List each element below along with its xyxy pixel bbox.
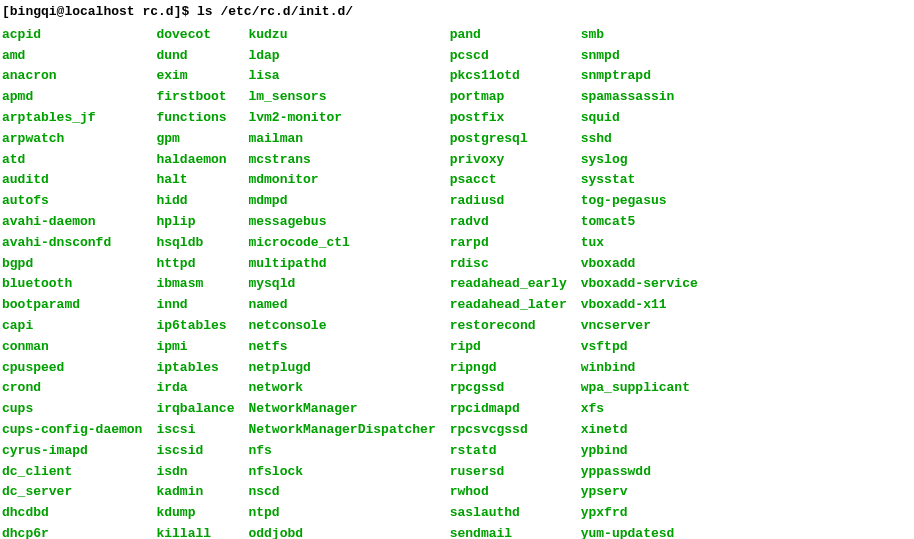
file-entry: capi bbox=[2, 316, 142, 337]
file-entry: iscsid bbox=[156, 441, 234, 462]
file-entry: killall bbox=[156, 524, 234, 539]
file-entry: snmptrapd bbox=[581, 66, 698, 87]
file-entry: dc_client bbox=[2, 462, 142, 483]
file-entry: cyrus-imapd bbox=[2, 441, 142, 462]
file-entry: messagebus bbox=[248, 212, 435, 233]
file-entry: sendmail bbox=[450, 524, 567, 539]
file-entry: xinetd bbox=[581, 420, 698, 441]
file-entry: snmpd bbox=[581, 46, 698, 67]
file-entry: netconsole bbox=[248, 316, 435, 337]
file-entry: rpcidmapd bbox=[450, 399, 567, 420]
file-entry: vboxadd-x11 bbox=[581, 295, 698, 316]
file-entry: iptables bbox=[156, 358, 234, 379]
file-entry: amd bbox=[2, 46, 142, 67]
file-entry: sshd bbox=[581, 129, 698, 150]
file-entry: pcscd bbox=[450, 46, 567, 67]
file-entry: restorecond bbox=[450, 316, 567, 337]
file-entry: radiusd bbox=[450, 191, 567, 212]
file-entry: autofs bbox=[2, 191, 142, 212]
file-entry: rstatd bbox=[450, 441, 567, 462]
file-entry: innd bbox=[156, 295, 234, 316]
file-entry: rarpd bbox=[450, 233, 567, 254]
file-entry: nfslock bbox=[248, 462, 435, 483]
prompt-user-host: [bingqi@localhost rc.d]$ bbox=[2, 4, 189, 19]
file-entry: syslog bbox=[581, 150, 698, 171]
file-entry: microcode_ctl bbox=[248, 233, 435, 254]
file-entry: tux bbox=[581, 233, 698, 254]
file-entry: xfs bbox=[581, 399, 698, 420]
file-entry: ripd bbox=[450, 337, 567, 358]
file-entry: haldaemon bbox=[156, 150, 234, 171]
file-entry: bgpd bbox=[2, 254, 142, 275]
file-entry: vncserver bbox=[581, 316, 698, 337]
file-entry: readahead_later bbox=[450, 295, 567, 316]
file-entry: ip6tables bbox=[156, 316, 234, 337]
file-entry: squid bbox=[581, 108, 698, 129]
file-entry: kdump bbox=[156, 503, 234, 524]
file-entry: portmap bbox=[450, 87, 567, 108]
file-entry: network bbox=[248, 378, 435, 399]
file-entry: yppasswdd bbox=[581, 462, 698, 483]
file-entry: arpwatch bbox=[2, 129, 142, 150]
file-entry: lisa bbox=[248, 66, 435, 87]
file-entry: tomcat5 bbox=[581, 212, 698, 233]
file-entry: multipathd bbox=[248, 254, 435, 275]
file-entry: netplugd bbox=[248, 358, 435, 379]
prompt-command: ls /etc/rc.d/init.d/ bbox=[197, 4, 353, 19]
listing-column-1: dovecotdundeximfirstbootfunctionsgpmhald… bbox=[156, 25, 234, 539]
file-entry: crond bbox=[2, 378, 142, 399]
file-entry: mcstrans bbox=[248, 150, 435, 171]
directory-listing: acpidamdanacronapmdarptables_jfarpwatcha… bbox=[2, 25, 912, 539]
file-entry: winbind bbox=[581, 358, 698, 379]
file-entry: dovecot bbox=[156, 25, 234, 46]
file-entry: ldap bbox=[248, 46, 435, 67]
file-entry: spamassassin bbox=[581, 87, 698, 108]
terminal-prompt-line: [bingqi@localhost rc.d]$ ls /etc/rc.d/in… bbox=[2, 2, 912, 23]
file-entry: irqbalance bbox=[156, 399, 234, 420]
file-entry: NetworkManager bbox=[248, 399, 435, 420]
file-entry: mailman bbox=[248, 129, 435, 150]
file-entry: acpid bbox=[2, 25, 142, 46]
file-entry: kudzu bbox=[248, 25, 435, 46]
file-entry: nscd bbox=[248, 482, 435, 503]
file-entry: vboxadd-service bbox=[581, 274, 698, 295]
file-entry: pkcs11otd bbox=[450, 66, 567, 87]
file-entry: iscsi bbox=[156, 420, 234, 441]
file-entry: rusersd bbox=[450, 462, 567, 483]
file-entry: arptables_jf bbox=[2, 108, 142, 129]
file-entry: ypserv bbox=[581, 482, 698, 503]
file-entry: auditd bbox=[2, 170, 142, 191]
file-entry: lm_sensors bbox=[248, 87, 435, 108]
file-entry: ypbind bbox=[581, 441, 698, 462]
file-entry: vsftpd bbox=[581, 337, 698, 358]
file-entry: smb bbox=[581, 25, 698, 46]
file-entry: gpm bbox=[156, 129, 234, 150]
listing-column-2: kudzuldaplisalm_sensorslvm2-monitormailm… bbox=[248, 25, 435, 539]
file-entry: mdmpd bbox=[248, 191, 435, 212]
file-entry: named bbox=[248, 295, 435, 316]
file-entry: psacct bbox=[450, 170, 567, 191]
file-entry: hplip bbox=[156, 212, 234, 233]
file-entry: rpcsvcgssd bbox=[450, 420, 567, 441]
file-entry: cups bbox=[2, 399, 142, 420]
file-entry: mdmonitor bbox=[248, 170, 435, 191]
file-entry: yum-updatesd bbox=[581, 524, 698, 539]
file-entry: isdn bbox=[156, 462, 234, 483]
file-entry: halt bbox=[156, 170, 234, 191]
file-entry: rpcgssd bbox=[450, 378, 567, 399]
listing-column-4: smbsnmpdsnmptrapdspamassassinsquidsshdsy… bbox=[581, 25, 698, 539]
file-entry: hsqldb bbox=[156, 233, 234, 254]
file-entry: nfs bbox=[248, 441, 435, 462]
file-entry: privoxy bbox=[450, 150, 567, 171]
file-entry: wpa_supplicant bbox=[581, 378, 698, 399]
file-entry: oddjobd bbox=[248, 524, 435, 539]
file-entry: httpd bbox=[156, 254, 234, 275]
file-entry: hidd bbox=[156, 191, 234, 212]
file-entry: lvm2-monitor bbox=[248, 108, 435, 129]
file-entry: dhcp6r bbox=[2, 524, 142, 539]
file-entry: avahi-dnsconfd bbox=[2, 233, 142, 254]
file-entry: cpuspeed bbox=[2, 358, 142, 379]
file-entry: irda bbox=[156, 378, 234, 399]
file-entry: NetworkManagerDispatcher bbox=[248, 420, 435, 441]
file-entry: ibmasm bbox=[156, 274, 234, 295]
